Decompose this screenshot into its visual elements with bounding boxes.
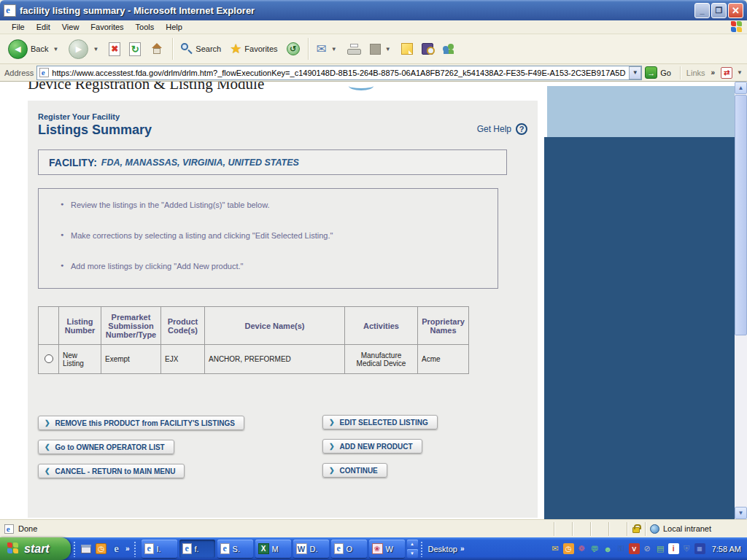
start-button[interactable]: start xyxy=(0,537,71,560)
vertical-scrollbar[interactable]: ▲ ▼ xyxy=(735,82,747,519)
pdf-dropdown-icon[interactable]: ▼ xyxy=(735,69,744,76)
restore-button[interactable]: ❐ xyxy=(711,3,727,18)
stop-button[interactable]: ✖ xyxy=(105,36,124,61)
back-button[interactable]: ◄ Back ▼ xyxy=(4,36,63,61)
taskbar-scroll: ▲ ▼ xyxy=(407,540,418,558)
instructions-box: Review the listings in the "Added Listin… xyxy=(38,188,498,289)
links-label[interactable]: Links xyxy=(686,69,705,77)
menu-file[interactable]: File xyxy=(6,21,31,33)
research-book-icon xyxy=(422,43,433,55)
quicklaunch-chevron-icon[interactable]: » xyxy=(125,545,130,553)
quicklaunch-grip[interactable] xyxy=(73,541,76,557)
task-button-1[interactable]: e I. xyxy=(142,540,177,558)
chat-tray-icon[interactable]: 💬︎ xyxy=(589,543,600,554)
task-button-2-active[interactable]: e f. xyxy=(179,540,215,558)
listing-radio-button[interactable] xyxy=(44,354,53,363)
tasks-grip[interactable] xyxy=(133,541,136,557)
cell-product-code: EJX xyxy=(161,345,205,374)
research-button[interactable] xyxy=(418,36,437,61)
continue-button[interactable]: ❯ CONTINUE xyxy=(322,463,387,478)
edit-selected-listing-button[interactable]: ❯ EDIT SELECTED LISTING xyxy=(322,415,438,429)
show-desktop-icon[interactable] xyxy=(80,542,92,555)
menu-favorites[interactable]: Favorites xyxy=(85,21,129,33)
terminal-tray-icon[interactable]: ▦ xyxy=(694,543,705,554)
col-product-code: Product Code(s) xyxy=(161,307,205,345)
mail-dropdown-icon[interactable]: ▼ xyxy=(330,46,338,52)
discuss-button[interactable] xyxy=(398,36,417,61)
add-new-product-button[interactable]: ❯ ADD NEW PRODUCT xyxy=(322,439,422,454)
key-shield-tray-icon[interactable]: ⚿ xyxy=(616,543,627,554)
history-icon: ↺ xyxy=(287,42,300,55)
status-text: Done xyxy=(18,524,37,533)
section-label: Register Your Facility xyxy=(38,112,477,121)
close-button[interactable]: ✕ xyxy=(728,3,743,18)
scroll-down-icon[interactable]: ▼ xyxy=(735,507,747,519)
minimize-button[interactable]: _ xyxy=(694,3,710,18)
refresh-icon: ↻ xyxy=(129,42,141,56)
chevron-right-icon: ❯ xyxy=(329,419,335,426)
search-label: Search xyxy=(196,44,221,53)
scroll-up-icon[interactable]: ▲ xyxy=(735,82,747,94)
owner-operator-list-button[interactable]: ❮ Go to OWNER OPERATOR LIST xyxy=(38,440,174,454)
desktop-chevron-icon[interactable]: » xyxy=(460,545,465,553)
clock-tray-icon[interactable]: ◷ xyxy=(563,543,574,554)
blocked-tray-icon[interactable]: ⊘ xyxy=(642,543,653,554)
quick-launch-bar: ◷ e » xyxy=(78,542,131,555)
task-button-6[interactable]: e O xyxy=(331,540,367,558)
mail-button[interactable]: ✉ ▼ xyxy=(313,36,342,61)
menu-view[interactable]: View xyxy=(56,21,85,33)
card-tray-icon[interactable]: ▤ xyxy=(655,543,666,554)
taskbar-scroll-up-icon[interactable]: ▲ xyxy=(407,540,418,548)
user-status-tray-icon[interactable]: ☻ xyxy=(603,543,614,554)
menu-bar: File Edit View Favorites Tools Help xyxy=(0,20,747,34)
messenger-button[interactable] xyxy=(438,36,459,61)
home-button[interactable] xyxy=(146,36,168,61)
chevron-right-icon: ❯ xyxy=(329,443,335,450)
scrollbar-thumb[interactable] xyxy=(735,95,747,335)
address-dropdown-icon[interactable]: ▼ xyxy=(629,66,641,79)
go-label[interactable]: Go xyxy=(660,69,671,77)
word-task-icon: W xyxy=(296,543,307,554)
history-button[interactable]: ↺ xyxy=(283,36,303,61)
print-button[interactable] xyxy=(344,36,365,61)
task-button-3[interactable]: e S. xyxy=(217,540,253,558)
favorites-button[interactable]: ★ Favorites xyxy=(226,36,281,61)
menu-help[interactable]: Help xyxy=(160,21,188,33)
refresh-button[interactable]: ↻ xyxy=(125,36,144,61)
security-shield-tray-icon[interactable]: ⛨ xyxy=(681,543,692,554)
info-flag-tray-icon[interactable]: i xyxy=(668,543,679,554)
forward-dropdown-icon[interactable]: ▼ xyxy=(91,46,100,52)
title-bar: facility listing summary - Microsoft Int… xyxy=(0,0,747,20)
edit-icon xyxy=(370,44,381,55)
address-input[interactable]: https://www.accesstest.fda.gov/drlm/drlm… xyxy=(36,66,642,80)
windows-flag-icon xyxy=(7,542,20,555)
facility-banner: FACILITY: FDA, MANASSAS, VIRGINIA, UNITE… xyxy=(38,149,507,175)
desktop-toolbar-grip[interactable] xyxy=(420,541,423,557)
envelope-tray-icon[interactable]: ✉ xyxy=(550,543,561,554)
links-chevron-icon[interactable]: » xyxy=(711,69,716,77)
taskbar-scroll-down-icon[interactable]: ▼ xyxy=(407,549,418,558)
desktop-toolbar[interactable]: Desktop » xyxy=(428,545,465,553)
action-buttons: ❯ REMOVE this PRODUCT from FACILITY'S LI… xyxy=(38,415,538,478)
forward-button[interactable]: ► ▼ xyxy=(65,36,104,61)
menu-edit[interactable]: Edit xyxy=(31,21,56,33)
get-help-link[interactable]: Get Help ? xyxy=(477,120,527,138)
security-zone-segment: Local intranet xyxy=(645,522,747,536)
cancel-return-main-menu-button[interactable]: ❮ CANCEL - RETURN to MAIN MENU xyxy=(38,464,185,478)
antivirus-shield-tray-icon[interactable]: V xyxy=(629,543,640,554)
pdf-toolbar-icon[interactable]: ⇄ xyxy=(721,67,732,79)
menu-tools[interactable]: Tools xyxy=(130,21,160,33)
ribbon-tray-icon[interactable]: ❁ xyxy=(576,543,587,554)
clock-launcher-icon[interactable]: ◷ xyxy=(95,542,107,555)
task-button-5[interactable]: W D. xyxy=(293,540,329,558)
back-dropdown-icon[interactable]: ▼ xyxy=(51,46,60,52)
go-icon[interactable]: → xyxy=(645,66,657,79)
internet-explorer-icon[interactable]: e xyxy=(110,542,123,555)
listings-table: Listing Number Premarket Submission Numb… xyxy=(38,306,469,374)
remove-product-button[interactable]: ❯ REMOVE this PRODUCT from FACILITY'S LI… xyxy=(38,416,244,430)
edit-button[interactable]: ▼ xyxy=(366,36,396,61)
task-button-4[interactable]: X M xyxy=(255,540,291,558)
search-button[interactable]: Search xyxy=(177,36,225,61)
edit-dropdown-icon[interactable]: ▼ xyxy=(384,46,392,52)
task-button-7[interactable]: ❀ W xyxy=(369,540,405,558)
